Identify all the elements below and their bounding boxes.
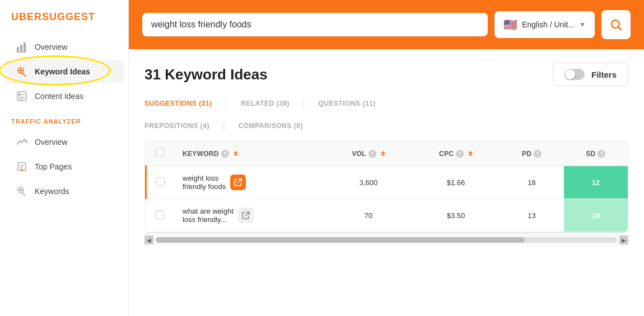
svg-line-23 xyxy=(237,179,241,183)
page-title: 31 Keyword Ideas xyxy=(144,66,268,83)
sidebar-item-traffic-overview[interactable]: Overview xyxy=(4,130,124,154)
brand-title: UBERSUGGEST xyxy=(0,11,128,34)
traffic-section-title: TRAFFIC ANALYZER xyxy=(0,109,128,129)
chart-icon xyxy=(16,41,28,53)
tabs-row-2: PREPOSITIONS (4) | COMPARISONS (0) xyxy=(144,120,628,132)
sidebar-item-overview[interactable]: Overview xyxy=(4,35,124,59)
content-icon xyxy=(16,90,28,102)
row1-link-button[interactable] xyxy=(230,174,246,190)
tab-prepositions[interactable]: PREPOSITIONS (4) xyxy=(144,120,209,132)
header-sd: SD ? xyxy=(564,142,628,166)
tab-suggestions[interactable]: SUGGESTIONS (31) xyxy=(144,97,212,110)
row2-link-button[interactable] xyxy=(238,207,254,223)
filters-toggle[interactable] xyxy=(564,69,585,80)
keyword-header-label: KEYWORD xyxy=(183,150,219,158)
row1-keyword-text: weight lossfriendly foods xyxy=(183,174,226,191)
sd-help-icon[interactable]: ? xyxy=(598,150,605,158)
row2-sd: 10 xyxy=(564,199,628,232)
cpc-help-icon[interactable]: ? xyxy=(456,150,464,158)
row1-cpc: $1.66 xyxy=(412,166,500,199)
select-all-checkbox[interactable] xyxy=(155,148,164,157)
scroll-right-button[interactable]: ▶ xyxy=(619,235,628,244)
row2-cpc: $3.50 xyxy=(412,199,500,232)
table-wrapper: KEYWORD ? VOL xyxy=(144,141,628,233)
sidebar-item-keywords[interactable]: Keywords xyxy=(4,180,124,203)
svg-point-13 xyxy=(25,140,27,143)
keyword-sort[interactable] xyxy=(234,151,238,156)
header-checkbox-cell xyxy=(146,142,174,166)
filters-label: Filters xyxy=(591,70,617,79)
row2-checkbox[interactable] xyxy=(155,210,164,219)
horizontal-scrollbar: ◀ ▶ xyxy=(144,233,628,247)
row1-sd: 12 xyxy=(564,166,628,199)
tab-comparisons[interactable]: COMPARISONS (0) xyxy=(239,120,303,132)
table-row: what are weightloss friendly... xyxy=(146,199,628,232)
sidebar: UBERSUGGEST Overview xyxy=(0,0,129,316)
svg-line-18 xyxy=(22,193,25,196)
activity-icon xyxy=(16,136,28,148)
sidebar-item-top-pages[interactable]: Top Pages xyxy=(4,155,124,178)
sidebar-item-content-ideas[interactable]: Content Ideas xyxy=(4,84,124,108)
h-scrollbar-thumb xyxy=(156,237,525,243)
keyword-help-icon[interactable]: ? xyxy=(221,150,229,158)
svg-rect-14 xyxy=(18,163,26,171)
header-keyword: KEYWORD ? xyxy=(174,142,325,166)
svg-rect-7 xyxy=(20,69,21,72)
svg-rect-0 xyxy=(17,47,19,51)
sidebar-item-content-ideas-label: Content Ideas xyxy=(35,92,83,101)
pd-header-label: PD xyxy=(522,150,531,158)
search-button[interactable] xyxy=(601,10,631,39)
sidebar-item-overview-label: Overview xyxy=(35,43,67,51)
row2-checkbox-cell xyxy=(146,199,174,232)
svg-rect-20 xyxy=(20,188,21,192)
header-pd: PD ? xyxy=(500,142,563,166)
svg-line-5 xyxy=(22,73,25,76)
pd-help-icon[interactable]: ? xyxy=(534,150,542,158)
pages-icon xyxy=(16,161,28,173)
sidebar-item-keyword-ideas[interactable]: Keyword Ideas xyxy=(4,60,124,83)
row1-keyword-cell: weight lossfriendly foods xyxy=(174,166,325,199)
svg-rect-2 xyxy=(24,43,26,51)
h-scrollbar-track[interactable] xyxy=(156,237,617,243)
vol-header-label: VOL xyxy=(352,150,366,158)
tab-questions[interactable]: QUESTIONS (11) xyxy=(318,97,375,110)
svg-line-24 xyxy=(245,212,249,216)
table-container: KEYWORD ? VOL xyxy=(144,141,628,247)
sidebar-item-keywords-label: Keywords xyxy=(35,187,69,196)
vol-sort[interactable] xyxy=(381,151,385,156)
keyword-icon xyxy=(16,65,28,78)
table-header-row: KEYWORD ? VOL xyxy=(146,142,628,166)
content-area: 31 Keyword Ideas Filters SUGGESTIONS (31… xyxy=(129,49,644,316)
sidebar-group-traffic: TRAFFIC ANALYZER Overview Top Pages xyxy=(0,109,128,204)
svg-point-9 xyxy=(18,93,21,96)
row1-checkbox[interactable] xyxy=(156,177,165,186)
cpc-sort[interactable] xyxy=(468,151,473,156)
scroll-left-button[interactable]: ◀ xyxy=(144,235,153,244)
sidebar-item-keyword-ideas-label: Keyword Ideas xyxy=(35,67,90,76)
keywords-icon xyxy=(16,185,28,197)
sidebar-group-main: Overview Keyword Ideas xyxy=(0,34,128,109)
content-header: 31 Keyword Ideas Filters xyxy=(144,63,628,86)
svg-rect-1 xyxy=(20,45,22,51)
row2-vol: 70 xyxy=(325,199,412,232)
svg-line-22 xyxy=(618,27,621,30)
filters-button[interactable]: Filters xyxy=(553,63,628,86)
main-content: weight loss friendly foods 🇺🇸 English / … xyxy=(129,0,644,316)
tab-related[interactable]: RELATED (39) xyxy=(241,97,289,110)
search-input[interactable]: weight loss friendly foods xyxy=(142,13,488,36)
table-row: weight lossfriendly foods xyxy=(146,166,628,199)
header-vol: VOL ? xyxy=(325,142,412,166)
language-selector[interactable]: 🇺🇸 English / Unit... ▼ xyxy=(494,11,595,38)
sidebar-item-top-pages-label: Top Pages xyxy=(35,162,72,171)
chevron-down-icon: ▼ xyxy=(579,21,586,29)
sidebar-item-traffic-overview-label: Overview xyxy=(35,138,67,147)
vol-help-icon[interactable]: ? xyxy=(368,150,376,158)
flag-icon: 🇺🇸 xyxy=(503,18,517,31)
row2-pd: 13 xyxy=(500,199,563,232)
search-bar: weight loss friendly foods 🇺🇸 English / … xyxy=(129,0,644,49)
row2-keyword-text: what are weightloss friendly... xyxy=(183,207,234,224)
row2-keyword-cell: what are weightloss friendly... xyxy=(174,199,325,232)
row1-checkbox-cell xyxy=(146,166,174,199)
language-label: English / Unit... xyxy=(522,20,575,29)
toggle-knob xyxy=(565,69,575,79)
